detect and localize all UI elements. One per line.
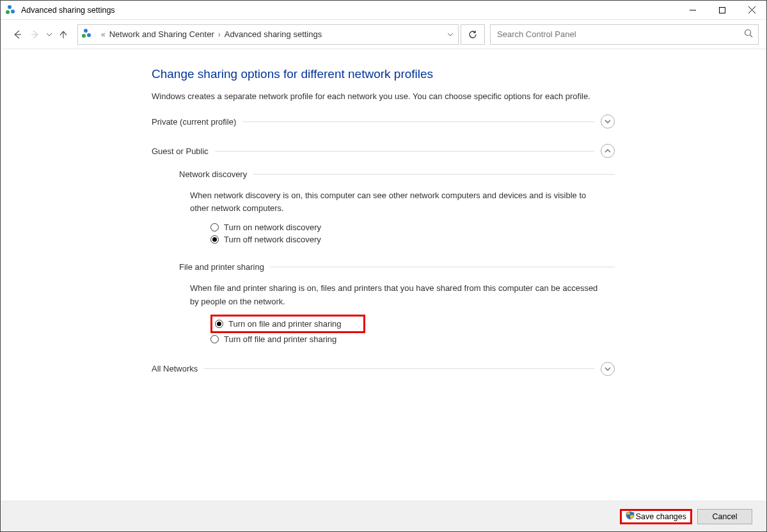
group-netdisc-label: Network discovery [179, 169, 247, 179]
radio-netdisc-off-label: Turn off network discovery [224, 235, 321, 244]
group-file-printer-sharing: File and printer sharing [179, 262, 615, 272]
group-network-discovery: Network discovery [179, 169, 615, 179]
up-button[interactable] [54, 26, 72, 43]
radio-fps-off[interactable]: Turn off file and printer sharing [210, 333, 615, 345]
location-icon [82, 29, 93, 40]
section-private[interactable]: Private (current profile) [152, 114, 615, 129]
cancel-button[interactable]: Cancel [697, 509, 752, 524]
radio-icon [210, 335, 219, 343]
radio-icon [210, 223, 219, 231]
radio-netdisc-off[interactable]: Turn off network discovery [210, 233, 615, 246]
chevron-up-icon[interactable] [601, 144, 615, 158]
breadcrumb-item-network-sharing[interactable]: Network and Sharing Center [109, 29, 214, 39]
close-button[interactable] [737, 1, 766, 20]
window-title: Advanced sharing settings [21, 6, 115, 15]
radio-fps-off-label: Turn off file and printer sharing [224, 334, 336, 344]
recent-dropdown[interactable] [44, 32, 54, 37]
section-private-label: Private (current profile) [152, 117, 236, 127]
search-input[interactable] [496, 29, 744, 40]
group-fps-label: File and printer sharing [179, 262, 264, 272]
toolbar: « Network and Sharing Center › Advanced … [1, 20, 766, 49]
svg-point-6 [745, 30, 751, 36]
search-icon[interactable] [744, 29, 753, 40]
page-heading: Change sharing options for different net… [152, 67, 615, 81]
minimize-button[interactable] [678, 1, 708, 20]
content-area: Change sharing options for different net… [1, 49, 766, 501]
page-subtitle: Windows creates a separate network profi… [152, 90, 615, 103]
cancel-button-label: Cancel [713, 512, 738, 521]
search-box[interactable] [490, 24, 759, 45]
refresh-button[interactable] [461, 24, 485, 45]
chevron-down-icon[interactable] [601, 114, 615, 129]
breadcrumb: « Network and Sharing Center › Advanced … [97, 25, 443, 44]
fps-description: When file and printer sharing is on, fil… [190, 282, 599, 308]
breadcrumb-item-advanced-sharing[interactable]: Advanced sharing settings [225, 29, 322, 39]
address-bar[interactable]: « Network and Sharing Center › Advanced … [77, 24, 459, 45]
forward-button[interactable] [26, 26, 44, 43]
radio-netdisc-on[interactable]: Turn on network discovery [210, 221, 615, 233]
radio-fps-on-label: Turn on file and printer sharing [228, 319, 342, 329]
shield-icon [626, 511, 635, 522]
save-changes-button[interactable]: Save changes [620, 509, 692, 524]
radio-icon [215, 320, 223, 328]
section-all-networks[interactable]: All Networks [152, 362, 615, 376]
chevron-right-icon: › [214, 30, 225, 39]
chevron-down-icon[interactable] [601, 362, 615, 376]
svg-line-7 [750, 35, 753, 38]
section-guest-label: Guest or Public [152, 146, 209, 156]
radio-fps-on[interactable]: Turn on file and printer sharing [215, 319, 342, 329]
netdisc-description: When network discovery is on, this compu… [190, 189, 599, 215]
back-button[interactable] [8, 26, 26, 43]
breadcrumb-overflow[interactable]: « [97, 30, 109, 39]
footer-bar: Save changes Cancel [1, 501, 766, 531]
section-guest-public[interactable]: Guest or Public [152, 144, 615, 158]
radio-netdisc-on-label: Turn on network discovery [224, 223, 321, 232]
annotation-highlight: Turn on file and printer sharing [210, 315, 365, 333]
title-bar: Advanced sharing settings [1, 1, 766, 20]
section-all-label: All Networks [152, 364, 198, 373]
maximize-button[interactable] [708, 1, 737, 20]
app-icon [6, 5, 16, 15]
window: Advanced sharing settings [0, 0, 767, 532]
radio-icon [210, 235, 219, 244]
save-button-label: Save changes [636, 512, 686, 521]
svg-rect-1 [720, 7, 725, 13]
address-dropdown[interactable] [443, 31, 458, 38]
